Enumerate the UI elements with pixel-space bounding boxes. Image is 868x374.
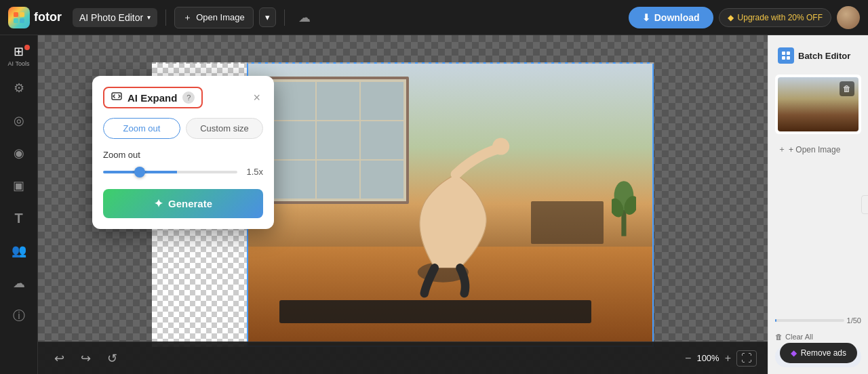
reset-button[interactable]: ↺ (102, 348, 123, 369)
sidebar-item-info[interactable]: ⓘ (4, 301, 34, 331)
svg-rect-2 (14, 18, 18, 23)
upgrade-label: Upgrade with 20% OFF (738, 13, 823, 22)
zoom-out-button[interactable]: − (685, 352, 691, 365)
logo-text: fotor (34, 10, 62, 24)
diamond-icon: ◆ (791, 348, 797, 358)
svg-point-5 (492, 138, 509, 154)
sidebar-item-label: AI Tools (8, 60, 30, 67)
tab-zoom-out[interactable]: Zoom out (103, 118, 180, 139)
progress-label: 1/50 (847, 316, 861, 325)
svg-rect-1 (20, 12, 24, 17)
clear-all-label: Clear All (785, 333, 813, 341)
adjust-icon: ⚙ (14, 81, 24, 96)
zoom-slider[interactable] (103, 171, 237, 173)
progress-row: 1/50 (775, 314, 861, 327)
batch-editor-title: Batch Editor (798, 51, 850, 61)
canvas-dashed-line (152, 62, 654, 64)
canvas-area: AI Expand ? × Zoom out Custom size Zoom … (38, 35, 768, 374)
sidebar-item-smart[interactable]: ◉ (4, 138, 34, 168)
open-image-dropdown-button[interactable]: ▾ (259, 7, 276, 27)
beauty-icon: ◎ (14, 113, 24, 128)
panel-close-button[interactable]: × (250, 91, 263, 105)
svg-rect-12 (787, 51, 790, 55)
logo-icon (8, 7, 30, 28)
panel-title: AI Expand (127, 92, 177, 104)
open-image-small-button[interactable]: ＋ + Open Image (775, 140, 861, 159)
yoga-photo (247, 62, 652, 346)
ai-expand-panel: AI Expand ? × Zoom out Custom size Zoom … (92, 76, 274, 229)
slider-value-label: 1.5x (244, 167, 263, 177)
remove-ads-label: Remove ads (801, 348, 846, 358)
download-label: Download (654, 12, 700, 23)
download-icon: ⬇ (642, 12, 650, 23)
gem-icon: ◆ (728, 13, 734, 22)
sidebar-item-people[interactable]: 👥 (4, 236, 34, 266)
fit-button[interactable]: ⛶ (736, 350, 757, 367)
cloud-sidebar-icon: ☁ (13, 276, 25, 291)
clear-all-button[interactable]: 🗑 Clear All (775, 333, 861, 341)
panel-title-group: AI Expand ? (103, 87, 203, 108)
app-name-button[interactable]: AI Photo Editor ▾ (73, 8, 157, 27)
avatar-image (837, 6, 860, 29)
zoom-level: 100% (696, 353, 719, 363)
open-image-label: Open Image (196, 12, 245, 22)
zoom-in-button[interactable]: + (725, 352, 731, 365)
sidebar-item-cloud[interactable]: ☁ (4, 268, 34, 298)
generate-button[interactable]: ✦ Generate (103, 189, 263, 218)
svg-rect-3 (20, 18, 24, 23)
ai-tools-icon: ⊞ (14, 44, 24, 59)
thumbnail-area: 🗑 (775, 75, 861, 134)
right-panel: Batch Editor 🗑 ＋ + Open Image › 1/50 (768, 35, 868, 374)
text-icon: T (14, 211, 22, 226)
expand-icon (111, 91, 122, 104)
undo-button[interactable]: ↩ (49, 348, 70, 369)
info-icon: ⓘ (13, 308, 25, 324)
wand-icon: ✦ (154, 197, 163, 210)
progress-bar (775, 319, 844, 322)
batch-editor-icon (778, 47, 794, 64)
svg-rect-0 (14, 12, 18, 17)
open-image-small-label: + Open Image (789, 145, 840, 154)
app-name-label: AI Photo Editor (79, 12, 143, 23)
chevron-down-icon: ▾ (147, 14, 151, 21)
notification-dot (24, 45, 30, 50)
svg-rect-11 (782, 51, 785, 55)
thumbnail-delete-button[interactable]: 🗑 (840, 81, 854, 96)
tab-group: Zoom out Custom size (103, 118, 263, 139)
sidebar-item-ai-tools[interactable]: ⊞ AI Tools (4, 41, 34, 70)
panel-collapse-button[interactable]: › (861, 195, 868, 214)
sidebar-item-adjust[interactable]: ⚙ (4, 73, 34, 103)
topbar-divider-2 (284, 9, 285, 26)
thumbnail-image: 🗑 (778, 77, 859, 131)
remove-ads-bar[interactable]: ◆ Remove ads (780, 343, 857, 363)
plus-icon-small: ＋ (778, 144, 786, 155)
batch-editor-header: Batch Editor (775, 42, 861, 69)
plant (612, 161, 636, 246)
avatar[interactable] (837, 6, 860, 29)
tab-custom-size[interactable]: Custom size (186, 118, 263, 139)
slider-row: 1.5x (103, 167, 263, 177)
left-sidebar: ⊞ AI Tools ⚙ ◎ ◉ ▣ T 👥 ☁ ⓘ (0, 35, 38, 374)
svg-rect-13 (782, 56, 785, 60)
logo: fotor (8, 7, 62, 28)
topbar-divider (165, 9, 166, 26)
upgrade-button[interactable]: ◆ Upgrade with 20% OFF (719, 8, 831, 27)
progress-bar-fill (775, 319, 776, 322)
svg-rect-14 (787, 56, 790, 60)
frame-icon: ▣ (13, 178, 24, 193)
canvas-border-right (652, 62, 654, 347)
cloud-button[interactable]: ☁ (293, 7, 316, 28)
generate-label: Generate (168, 198, 212, 209)
sidebar-item-text[interactable]: T (4, 203, 34, 233)
zoom-out-label: Zoom out (103, 150, 263, 160)
panel-header: AI Expand ? × (103, 87, 263, 108)
plus-icon: ＋ (183, 12, 192, 24)
download-button[interactable]: ⬇ Download (629, 7, 713, 28)
sidebar-item-beauty[interactable]: ◎ (4, 106, 34, 136)
sidebar-item-frame[interactable]: ▣ (4, 171, 34, 201)
open-image-button[interactable]: ＋ Open Image (174, 7, 254, 28)
help-circle-button[interactable]: ? (182, 91, 195, 104)
trash-icon-small: 🗑 (775, 333, 783, 341)
redo-button[interactable]: ↪ (75, 348, 96, 369)
bottom-toolbar: ↩ ↪ ↺ − 100% + ⛶ (38, 341, 768, 374)
